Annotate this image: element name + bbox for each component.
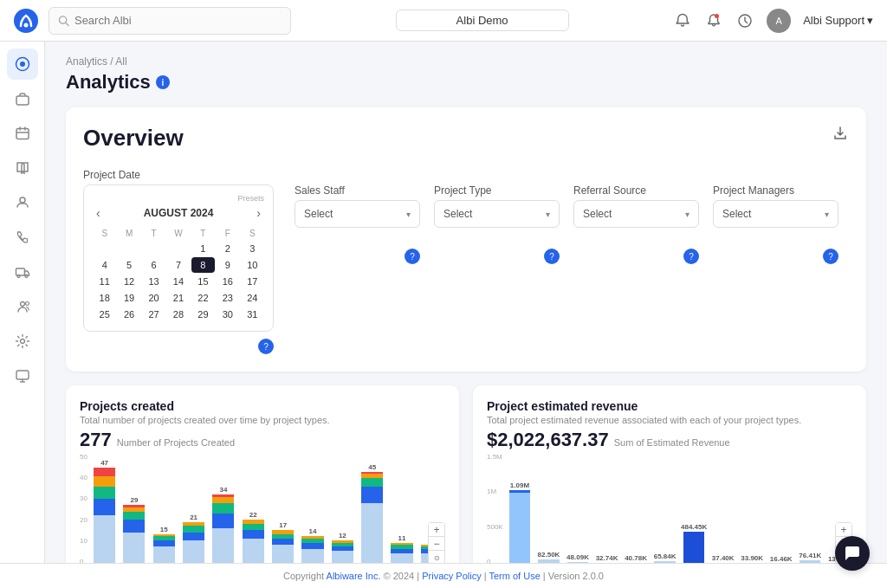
sales-staff-select[interactable]: Select ▾ — [295, 200, 420, 228]
bar-top-label-2: 15 — [160, 526, 168, 533]
cal-day-11[interactable]: 11 — [93, 274, 116, 289]
cal-day-28[interactable]: 28 — [166, 307, 190, 322]
cal-day-7[interactable]: 7 — [166, 257, 190, 273]
rev-y-1m: 1M — [487, 488, 503, 495]
bar-segment-5-0 — [243, 539, 264, 563]
cal-day-21[interactable]: 21 — [166, 290, 190, 306]
filter-dropdowns: Sales Staff Select ▾ Project Type — [295, 169, 838, 354]
cal-day-27[interactable]: 27 — [142, 307, 165, 322]
bar-stack-9 — [359, 472, 385, 563]
project-type-select[interactable]: Select ▾ — [434, 200, 560, 228]
rev-bar-top-4: 40.78K — [625, 554, 647, 562]
bar-segment-1-0 — [123, 533, 145, 563]
zoom-reset-btn[interactable]: ⊙ — [429, 551, 444, 563]
calendar-help-icon[interactable]: ? — [258, 339, 274, 354]
bar-top-label-9: 45 — [368, 463, 376, 471]
sidebar-item-monitor[interactable] — [7, 360, 38, 391]
search-bar[interactable] — [49, 7, 291, 35]
cal-day-6[interactable]: 6 — [142, 257, 165, 273]
sidebar-item-calendar[interactable] — [7, 118, 38, 149]
cal-day-10[interactable]: 10 — [241, 257, 264, 273]
rev-bar-top-2: 48.09K — [567, 553, 589, 561]
cal-day-12[interactable]: 12 — [117, 274, 140, 289]
support-button[interactable]: Albi Support ▾ — [803, 14, 873, 27]
projects-created-summary: 277 Number of Projects Created — [80, 429, 445, 451]
cal-day-20[interactable]: 20 — [142, 290, 165, 306]
managers-help-icon[interactable]: ? — [823, 249, 838, 264]
cal-day-14[interactable]: 14 — [166, 274, 190, 289]
cal-day-8[interactable]: 8 — [191, 257, 215, 273]
chat-bubble[interactable] — [835, 536, 870, 571]
cal-day-4[interactable]: 4 — [93, 257, 116, 273]
cal-day-26[interactable]: 26 — [117, 307, 140, 322]
cal-day-19[interactable]: 19 — [117, 290, 140, 306]
referral-source-select[interactable]: Select ▾ — [573, 200, 699, 228]
cal-day-9[interactable]: 9 — [216, 257, 239, 273]
sidebar-item-truck[interactable] — [7, 256, 38, 288]
calendar-prev[interactable]: ‹ — [93, 204, 104, 222]
cal-day-25[interactable]: 25 — [93, 307, 116, 322]
cal-day-3[interactable]: 3 — [241, 241, 264, 256]
rev-bar-top-5: 65.84K — [654, 552, 677, 560]
cal-day-23[interactable]: 23 — [216, 290, 239, 306]
cal-day-22[interactable]: 22 — [191, 290, 215, 306]
bar-segment-1-2 — [123, 512, 145, 520]
workspace-selector[interactable]: Albi Demo — [396, 10, 569, 31]
bar-segment-10-0 — [391, 553, 412, 563]
sidebar-item-book[interactable] — [7, 152, 38, 184]
bar-segment-9-1 — [361, 487, 383, 503]
cal-day-17[interactable]: 17 — [241, 274, 264, 289]
cal-day-2[interactable]: 2 — [216, 241, 239, 256]
clock-icon[interactable] — [735, 11, 754, 30]
bar-segment-3-0 — [183, 540, 204, 563]
search-input[interactable] — [74, 14, 282, 27]
sidebar-item-analytics[interactable] — [7, 48, 38, 80]
cal-day-5[interactable]: 5 — [117, 257, 140, 273]
bar-top-label-10: 11 — [398, 534, 406, 542]
cal-day-30[interactable]: 30 — [216, 307, 239, 322]
referral-help-icon[interactable]: ? — [683, 249, 699, 264]
cal-day-31[interactable]: 31 — [241, 307, 264, 322]
svg-point-1 — [24, 23, 29, 27]
page-title: Analytics i — [66, 71, 866, 94]
notifications-icon[interactable] — [673, 11, 692, 30]
sidebar-item-settings[interactable] — [7, 326, 38, 357]
svg-point-19 — [20, 339, 24, 344]
y-label-20: 20 — [80, 516, 87, 524]
cal-day-1[interactable]: 1 — [191, 241, 215, 256]
cal-day-29[interactable]: 29 — [191, 307, 215, 322]
bar-group-10: 11 — [388, 534, 415, 563]
project-managers-filter: Project Managers Select ▾ — [713, 184, 838, 228]
revenue-y-axis: 1.5M 1M 500K 0 — [487, 453, 503, 563]
bell-icon[interactable] — [704, 11, 723, 30]
export-button[interactable] — [828, 121, 852, 145]
bar-segment-1-1 — [123, 520, 145, 532]
sidebar-item-phone[interactable] — [7, 222, 38, 253]
search-icon — [58, 15, 69, 27]
project-managers-select[interactable]: Select ▾ — [713, 200, 838, 228]
calendar-next[interactable]: › — [253, 204, 264, 222]
footer-company-link[interactable]: Albiware Inc. — [327, 571, 381, 581]
cal-day-16[interactable]: 16 — [216, 274, 239, 289]
footer-privacy-link[interactable]: Privacy Policy — [422, 571, 481, 581]
revenue-chart-area: 1.5M 1M 500K 0 1.09M82.50K48.09K32.74K40… — [487, 453, 852, 563]
sidebar-item-briefcase[interactable] — [7, 83, 38, 114]
sidebar-item-team[interactable] — [7, 291, 38, 322]
footer-terms-link[interactable]: Term of Use — [489, 571, 540, 581]
zoom-in-btn[interactable]: + — [429, 523, 444, 537]
cal-day-13[interactable]: 13 — [142, 274, 165, 289]
projects-total: 277 — [80, 429, 112, 451]
zoom-out-btn[interactable]: − — [429, 537, 444, 551]
type-help-icon[interactable]: ? — [544, 249, 560, 264]
rev-bar-top-7: 37.40K — [712, 554, 735, 562]
sidebar-item-contacts[interactable] — [7, 187, 38, 218]
cal-day-18[interactable]: 18 — [93, 290, 116, 306]
title-info-icon[interactable]: i — [156, 75, 170, 89]
bar-group-0: 47 — [91, 459, 118, 563]
sales-help-icon[interactable]: ? — [405, 249, 420, 264]
cal-day-15[interactable]: 15 — [191, 274, 215, 289]
cal-day-24[interactable]: 24 — [241, 290, 264, 306]
rev-zoom-in-btn[interactable]: + — [836, 523, 851, 537]
svg-rect-14 — [16, 268, 24, 275]
sales-staff-chevron: ▾ — [406, 210, 411, 219]
